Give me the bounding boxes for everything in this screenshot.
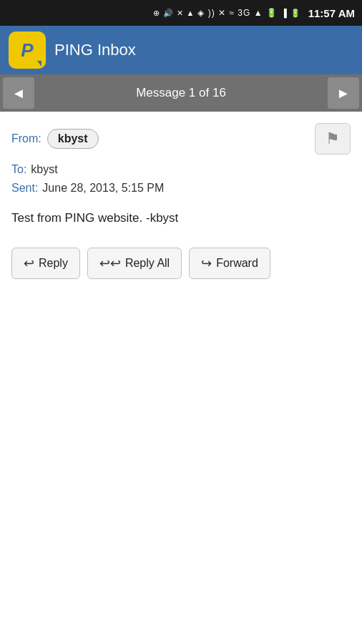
forward-icon: ↪ xyxy=(201,255,212,271)
logo-letter: P xyxy=(21,41,33,59)
next-arrow-icon: ► xyxy=(336,85,351,102)
logo-tail xyxy=(37,61,41,67)
app-bar: P PING Inbox xyxy=(0,26,362,74)
status-time: 11:57 AM xyxy=(308,7,355,19)
to-row: To: kbyst xyxy=(11,163,351,176)
wifi-icon: ▲ xyxy=(187,9,195,17)
email-content: From: kbyst ⚑ To: kbyst Sent: June 28, 2… xyxy=(0,112,362,228)
sent-row: Sent: June 28, 2013, 5:15 PM xyxy=(11,182,351,195)
sent-value: June 28, 2013, 5:15 PM xyxy=(42,182,164,195)
message-counter: Message 1 of 16 xyxy=(136,86,226,100)
forward-button[interactable]: ↪ Forward xyxy=(189,248,270,279)
status-icons: ⊕ 🔊 ✕ ▲ ◈ )) ✕ ≈ 3G ▲ 🔋 ▐ 🔋 11:57 AM xyxy=(7,7,355,19)
reply-all-icon: ↩↩ xyxy=(99,255,121,271)
to-label: To: xyxy=(11,163,26,176)
next-message-button[interactable]: ► xyxy=(328,77,359,109)
prev-arrow-icon: ◄ xyxy=(11,85,26,102)
reply-all-label: Reply All xyxy=(125,257,170,270)
app-logo: P xyxy=(9,31,46,69)
status-bar: ⊕ 🔊 ✕ ▲ ◈ )) ✕ ≈ 3G ▲ 🔋 ▐ 🔋 11:57 AM xyxy=(0,0,362,26)
battery-icon: 🔋 xyxy=(290,9,300,18)
action-buttons: ↩ Reply ↩↩ Reply All ↪ Forward xyxy=(0,248,362,279)
prev-message-button[interactable]: ◄ xyxy=(3,77,34,109)
nav-bar: ◄ Message 1 of 16 ► xyxy=(0,74,362,112)
reply-label: Reply xyxy=(39,257,68,270)
from-value: kbyst xyxy=(47,129,99,149)
from-row: From: kbyst ⚑ xyxy=(11,123,351,155)
sent-label: Sent: xyxy=(11,182,38,195)
flag-button[interactable]: ⚑ xyxy=(315,123,351,155)
compass-icon: ⊕ xyxy=(153,9,160,18)
reply-all-button[interactable]: ↩↩ Reply All xyxy=(87,248,182,279)
forward-label: Forward xyxy=(216,257,258,270)
network-label: ◈ )) ✕ ≈ 3G ▲ 🔋 xyxy=(197,8,277,18)
to-value: kbyst xyxy=(31,163,57,176)
email-body: Test from PING website. -kbyst xyxy=(11,209,351,228)
reply-button[interactable]: ↩ Reply xyxy=(11,248,80,279)
reply-icon: ↩ xyxy=(24,255,34,271)
app-title: PING Inbox xyxy=(54,41,136,59)
flag-icon: ⚑ xyxy=(326,130,340,148)
mute-icon: ✕ xyxy=(177,9,183,18)
signal-icon: ▐ xyxy=(281,9,287,17)
from-label: From: xyxy=(11,132,41,145)
sound-icon: 🔊 xyxy=(163,9,173,18)
